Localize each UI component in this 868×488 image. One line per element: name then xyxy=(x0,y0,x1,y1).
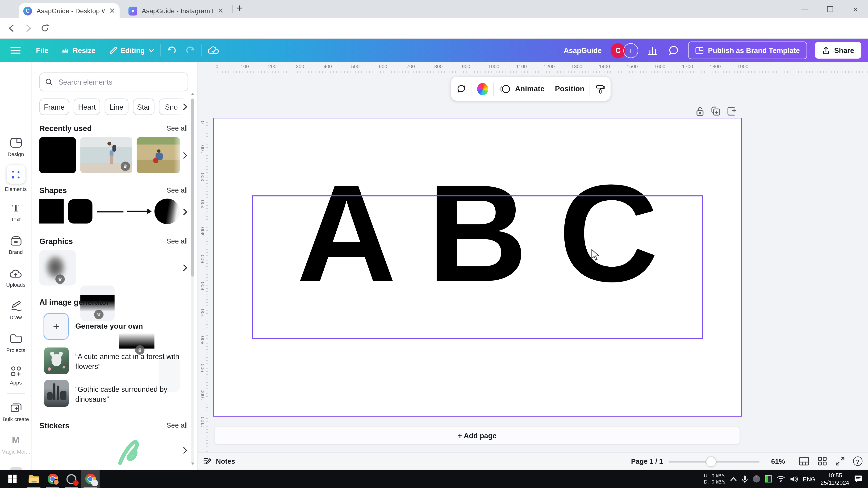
chip-frame[interactable]: Frame xyxy=(39,99,69,115)
sidebar-item-bulk-create[interactable]: Bulk create xyxy=(0,401,32,422)
scroll-down-icon[interactable] xyxy=(190,461,195,466)
recent-field-photo[interactable] xyxy=(137,137,180,173)
prompt-castle-thumbnail[interactable] xyxy=(44,380,69,407)
see-all-link[interactable]: See all xyxy=(166,237,188,245)
sidebar-item-brand[interactable]: co Brand xyxy=(0,234,32,255)
microphone-icon[interactable] xyxy=(742,475,748,483)
sidebar-item-design[interactable]: Design xyxy=(0,136,32,157)
taskbar-file-explorer[interactable] xyxy=(24,470,43,488)
file-menu[interactable]: File xyxy=(36,46,49,55)
taskbar-chrome-2-active[interactable] xyxy=(81,470,100,488)
scroll-up-icon[interactable] xyxy=(190,92,195,96)
generate-plus-tile[interactable]: + xyxy=(44,313,69,340)
animate-button[interactable]: Animate xyxy=(499,83,545,94)
lock-icon[interactable] xyxy=(695,106,705,116)
forward-icon[interactable] xyxy=(23,23,33,33)
comments-icon[interactable] xyxy=(668,45,679,56)
window-close-button[interactable]: × xyxy=(842,0,868,18)
insights-chart-icon[interactable] xyxy=(648,45,659,56)
notes-button[interactable]: Notes xyxy=(203,453,235,470)
chevron-right-icon[interactable] xyxy=(183,152,187,159)
sidebar-item-apps[interactable]: Apps xyxy=(0,365,32,386)
wifi-icon[interactable] xyxy=(777,476,785,482)
see-all-link[interactable]: See all xyxy=(166,422,188,429)
sidebar-item-magic-morph[interactable]: M Magic Mor... xyxy=(0,434,32,455)
chevron-right-icon[interactable] xyxy=(183,103,187,111)
shape-arrow[interactable] xyxy=(127,208,152,215)
shape-square[interactable] xyxy=(39,199,64,224)
zoom-percent[interactable]: 61% xyxy=(771,458,785,465)
browser-tab-2[interactable]: ♥ AsapGuide - Instagram Post ✕ xyxy=(124,3,228,18)
new-tab-button[interactable]: + xyxy=(236,2,243,14)
taskbar-obs[interactable] xyxy=(62,470,81,488)
help-button[interactable]: ? xyxy=(853,456,863,466)
color-picker-icon[interactable] xyxy=(477,83,489,95)
recent-beach-photo[interactable]: ♛ xyxy=(80,137,132,173)
see-all-link[interactable]: See all xyxy=(166,187,188,194)
sidebar-item-projects[interactable]: Projects xyxy=(0,332,32,353)
see-all-link[interactable]: See all xyxy=(166,125,188,132)
tab-close-icon[interactable]: ✕ xyxy=(109,7,115,14)
zoom-slider[interactable] xyxy=(669,457,760,466)
panel-scrollbar-thumb[interactable] xyxy=(191,99,194,277)
reload-icon[interactable] xyxy=(40,23,50,33)
zoom-slider-thumb[interactable] xyxy=(706,457,716,466)
redo-icon[interactable] xyxy=(185,45,196,56)
profile-badge xyxy=(91,480,98,486)
window-maximize-button[interactable] xyxy=(817,0,842,18)
sidebar-item-text[interactable]: T Text xyxy=(0,201,32,222)
window-minimize-button[interactable] xyxy=(792,0,817,18)
search-box[interactable] xyxy=(39,72,188,91)
tray-monitor-icon[interactable] xyxy=(766,475,772,483)
generate-your-own-label[interactable]: Generate your own xyxy=(75,322,143,330)
notification-icon[interactable] xyxy=(854,475,862,483)
undo-icon[interactable] xyxy=(166,45,177,56)
sticker-green-squiggle[interactable] xyxy=(112,434,144,466)
menu-hamburger-icon[interactable] xyxy=(10,45,22,55)
editing-mode-menu[interactable]: Editing xyxy=(109,46,154,55)
duplicate-page-icon[interactable] xyxy=(711,106,720,116)
chevron-right-icon[interactable] xyxy=(183,447,187,454)
fullscreen-icon[interactable] xyxy=(835,456,845,466)
add-page-icon[interactable] xyxy=(727,106,737,116)
chip-line[interactable]: Line xyxy=(105,99,129,115)
search-input[interactable] xyxy=(57,77,182,87)
add-page-button[interactable]: + Add page xyxy=(214,426,740,444)
position-button[interactable]: Position xyxy=(555,85,585,93)
graphic-blur-blob[interactable]: ♛ xyxy=(39,250,76,286)
recent-black-square[interactable] xyxy=(39,137,76,173)
share-button[interactable]: Share xyxy=(815,42,861,59)
chevron-right-icon[interactable] xyxy=(183,208,187,216)
prompt-text-1[interactable]: “A cute anime cat in a forest with flowe… xyxy=(75,352,184,372)
tray-expand-icon[interactable] xyxy=(731,477,737,481)
prompt-text-2[interactable]: “Gothic castle surrounded by dinosaurs” xyxy=(75,385,184,404)
back-icon[interactable] xyxy=(7,23,17,33)
sidebar-item-elements[interactable]: ♥▲■● Elements xyxy=(0,165,32,192)
language-indicator[interactable]: ENG xyxy=(803,476,815,482)
shape-rounded-square[interactable] xyxy=(68,199,92,224)
taskbar-chrome-1[interactable] xyxy=(43,470,62,488)
resize-menu[interactable]: Resize xyxy=(62,46,96,55)
add-comment-icon[interactable] xyxy=(457,83,467,94)
sidebar-item-draw[interactable]: Draw xyxy=(0,299,32,320)
grid-view-icon[interactable] xyxy=(799,456,809,466)
elements-icon: ♥▲■● xyxy=(6,165,25,184)
chip-heart[interactable]: Heart xyxy=(73,99,100,115)
thumbnails-grid-icon[interactable] xyxy=(817,456,827,466)
tab-close-icon[interactable]: ✕ xyxy=(218,7,224,14)
sidebar-item-uploads[interactable]: Uploads xyxy=(0,267,32,288)
publish-brand-template-button[interactable]: Publish as Brand Template xyxy=(688,41,807,59)
add-member-button[interactable]: + xyxy=(623,43,638,58)
prompt-cat-thumbnail[interactable] xyxy=(44,348,69,374)
browser-tab-active[interactable]: C AsapGuide - Desktop Wallpape ✕ xyxy=(19,3,120,18)
selection-box[interactable] xyxy=(252,195,703,339)
chip-star[interactable]: Star xyxy=(133,99,154,115)
start-button[interactable] xyxy=(0,470,24,488)
shape-line[interactable] xyxy=(97,211,124,213)
tray-clock[interactable]: 10:55 25/11/2024 xyxy=(820,472,849,486)
paint-roller-icon[interactable] xyxy=(595,83,605,94)
chevron-right-icon[interactable] xyxy=(183,264,187,271)
tray-app-icon[interactable] xyxy=(753,475,761,483)
speaker-icon[interactable] xyxy=(790,476,798,482)
running-indicator xyxy=(84,487,97,488)
